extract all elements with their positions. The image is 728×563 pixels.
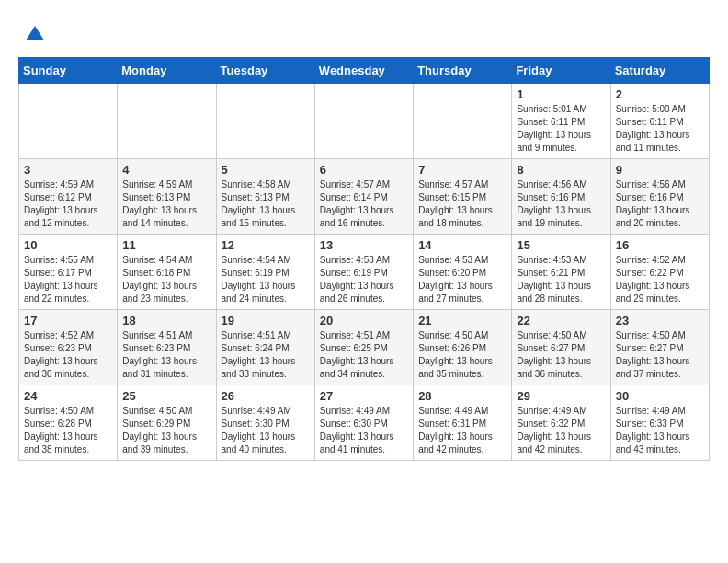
calendar-cell: 24Sunrise: 4:50 AM Sunset: 6:28 PM Dayli… [19, 385, 118, 461]
weekday-header-tuesday: Tuesday [216, 58, 314, 84]
day-number: 8 [517, 163, 605, 177]
day-number: 29 [517, 389, 605, 403]
day-info: Sunrise: 5:00 AM Sunset: 6:11 PM Dayligh… [616, 103, 704, 155]
calendar-week-row: 24Sunrise: 4:50 AM Sunset: 6:28 PM Dayli… [19, 385, 710, 461]
day-number: 12 [222, 238, 310, 252]
day-number: 7 [418, 163, 506, 177]
calendar-body: 1Sunrise: 5:01 AM Sunset: 6:11 PM Daylig… [19, 84, 710, 461]
day-info: Sunrise: 4:53 AM Sunset: 6:20 PM Dayligh… [418, 254, 506, 305]
calendar-table: SundayMondayTuesdayWednesdayThursdayFrid… [18, 57, 710, 461]
day-number: 25 [122, 389, 210, 403]
calendar-cell [216, 84, 314, 159]
calendar-cell: 8Sunrise: 4:56 AM Sunset: 6:16 PM Daylig… [512, 159, 610, 235]
calendar-cell: 20Sunrise: 4:51 AM Sunset: 6:25 PM Dayli… [314, 310, 413, 385]
calendar-cell: 22Sunrise: 4:50 AM Sunset: 6:27 PM Dayli… [512, 310, 610, 385]
day-number: 15 [517, 238, 605, 252]
day-number: 5 [222, 163, 310, 177]
weekday-header-wednesday: Wednesday [314, 58, 413, 84]
calendar-week-row: 10Sunrise: 4:55 AM Sunset: 6:17 PM Dayli… [19, 235, 710, 310]
calendar-cell: 4Sunrise: 4:59 AM Sunset: 6:13 PM Daylig… [118, 159, 216, 235]
day-number: 21 [418, 314, 506, 327]
calendar-cell: 30Sunrise: 4:49 AM Sunset: 6:33 PM Dayli… [610, 385, 709, 461]
day-number: 2 [616, 87, 704, 101]
day-number: 20 [320, 314, 408, 327]
calendar-cell: 27Sunrise: 4:49 AM Sunset: 6:30 PM Dayli… [314, 385, 413, 461]
day-number: 14 [418, 238, 506, 252]
day-info: Sunrise: 4:49 AM Sunset: 6:30 PM Dayligh… [320, 405, 408, 456]
calendar-cell [314, 84, 413, 159]
calendar-cell: 2Sunrise: 5:00 AM Sunset: 6:11 PM Daylig… [610, 84, 709, 159]
calendar-cell: 21Sunrise: 4:50 AM Sunset: 6:26 PM Dayli… [414, 310, 512, 385]
day-number: 11 [122, 238, 210, 252]
weekday-header-row: SundayMondayTuesdayWednesdayThursdayFrid… [19, 58, 710, 84]
calendar-cell: 6Sunrise: 4:57 AM Sunset: 6:14 PM Daylig… [314, 159, 413, 235]
day-number: 27 [320, 389, 408, 403]
weekday-header-friday: Friday [512, 58, 610, 84]
day-number: 22 [517, 314, 605, 327]
day-info: Sunrise: 4:57 AM Sunset: 6:14 PM Dayligh… [320, 178, 408, 230]
calendar-cell [414, 84, 512, 159]
day-info: Sunrise: 4:49 AM Sunset: 6:32 PM Dayligh… [517, 405, 605, 456]
weekday-header-saturday: Saturday [610, 58, 709, 84]
day-info: Sunrise: 4:50 AM Sunset: 6:27 PM Dayligh… [616, 329, 704, 381]
day-info: Sunrise: 4:55 AM Sunset: 6:17 PM Dayligh… [24, 254, 112, 305]
day-number: 30 [616, 389, 704, 403]
day-number: 4 [122, 163, 210, 177]
calendar-cell: 26Sunrise: 4:49 AM Sunset: 6:30 PM Dayli… [216, 385, 314, 461]
day-info: Sunrise: 4:59 AM Sunset: 6:12 PM Dayligh… [24, 178, 112, 230]
calendar-cell: 15Sunrise: 4:53 AM Sunset: 6:21 PM Dayli… [512, 235, 610, 310]
weekday-header-monday: Monday [118, 58, 216, 84]
calendar-cell [118, 84, 216, 159]
day-info: Sunrise: 4:51 AM Sunset: 6:23 PM Dayligh… [122, 329, 210, 381]
day-info: Sunrise: 4:49 AM Sunset: 6:30 PM Dayligh… [222, 405, 310, 456]
day-number: 26 [222, 389, 310, 403]
day-info: Sunrise: 4:57 AM Sunset: 6:15 PM Dayligh… [418, 178, 506, 230]
logo [18, 22, 48, 48]
day-info: Sunrise: 4:53 AM Sunset: 6:21 PM Dayligh… [517, 254, 605, 305]
calendar-cell: 13Sunrise: 4:53 AM Sunset: 6:19 PM Dayli… [314, 235, 413, 310]
svg-marker-0 [26, 26, 44, 40]
calendar-cell [19, 84, 118, 159]
calendar-cell: 12Sunrise: 4:54 AM Sunset: 6:19 PM Dayli… [216, 235, 314, 310]
day-number: 13 [320, 238, 408, 252]
day-info: Sunrise: 4:56 AM Sunset: 6:16 PM Dayligh… [517, 178, 605, 230]
day-number: 16 [616, 238, 704, 252]
day-number: 6 [320, 163, 408, 177]
calendar-cell: 16Sunrise: 4:52 AM Sunset: 6:22 PM Dayli… [610, 235, 709, 310]
day-info: Sunrise: 4:50 AM Sunset: 6:26 PM Dayligh… [418, 329, 506, 381]
day-number: 3 [24, 163, 112, 177]
day-info: Sunrise: 4:56 AM Sunset: 6:16 PM Dayligh… [616, 178, 704, 230]
calendar-cell: 29Sunrise: 4:49 AM Sunset: 6:32 PM Dayli… [512, 385, 610, 461]
day-number: 9 [616, 163, 704, 177]
day-info: Sunrise: 4:51 AM Sunset: 6:24 PM Dayligh… [222, 329, 310, 381]
calendar-cell: 11Sunrise: 4:54 AM Sunset: 6:18 PM Dayli… [118, 235, 216, 310]
day-number: 1 [517, 87, 605, 101]
calendar-cell: 19Sunrise: 4:51 AM Sunset: 6:24 PM Dayli… [216, 310, 314, 385]
day-info: Sunrise: 4:50 AM Sunset: 6:28 PM Dayligh… [24, 405, 112, 456]
calendar-cell: 10Sunrise: 4:55 AM Sunset: 6:17 PM Dayli… [19, 235, 118, 310]
day-number: 28 [418, 389, 506, 403]
day-number: 19 [222, 314, 310, 327]
calendar-week-row: 17Sunrise: 4:52 AM Sunset: 6:23 PM Dayli… [19, 310, 710, 385]
calendar-cell: 9Sunrise: 4:56 AM Sunset: 6:16 PM Daylig… [610, 159, 709, 235]
calendar-cell: 23Sunrise: 4:50 AM Sunset: 6:27 PM Dayli… [610, 310, 709, 385]
day-info: Sunrise: 4:49 AM Sunset: 6:31 PM Dayligh… [418, 405, 506, 456]
calendar-cell: 3Sunrise: 4:59 AM Sunset: 6:12 PM Daylig… [19, 159, 118, 235]
day-info: Sunrise: 4:59 AM Sunset: 6:13 PM Dayligh… [122, 178, 210, 230]
page-header [18, 18, 710, 48]
weekday-header-thursday: Thursday [414, 58, 512, 84]
calendar-cell: 18Sunrise: 4:51 AM Sunset: 6:23 PM Dayli… [118, 310, 216, 385]
day-info: Sunrise: 5:01 AM Sunset: 6:11 PM Dayligh… [517, 103, 605, 155]
day-info: Sunrise: 4:49 AM Sunset: 6:33 PM Dayligh… [616, 405, 704, 456]
day-number: 18 [122, 314, 210, 327]
weekday-header-sunday: Sunday [19, 58, 118, 84]
day-number: 23 [616, 314, 704, 327]
day-info: Sunrise: 4:54 AM Sunset: 6:18 PM Dayligh… [122, 254, 210, 305]
day-info: Sunrise: 4:51 AM Sunset: 6:25 PM Dayligh… [320, 329, 408, 381]
logo-icon [22, 22, 48, 48]
calendar-cell: 7Sunrise: 4:57 AM Sunset: 6:15 PM Daylig… [414, 159, 512, 235]
calendar-cell: 14Sunrise: 4:53 AM Sunset: 6:20 PM Dayli… [414, 235, 512, 310]
day-number: 24 [24, 389, 112, 403]
calendar-cell: 17Sunrise: 4:52 AM Sunset: 6:23 PM Dayli… [19, 310, 118, 385]
day-info: Sunrise: 4:50 AM Sunset: 6:27 PM Dayligh… [517, 329, 605, 381]
